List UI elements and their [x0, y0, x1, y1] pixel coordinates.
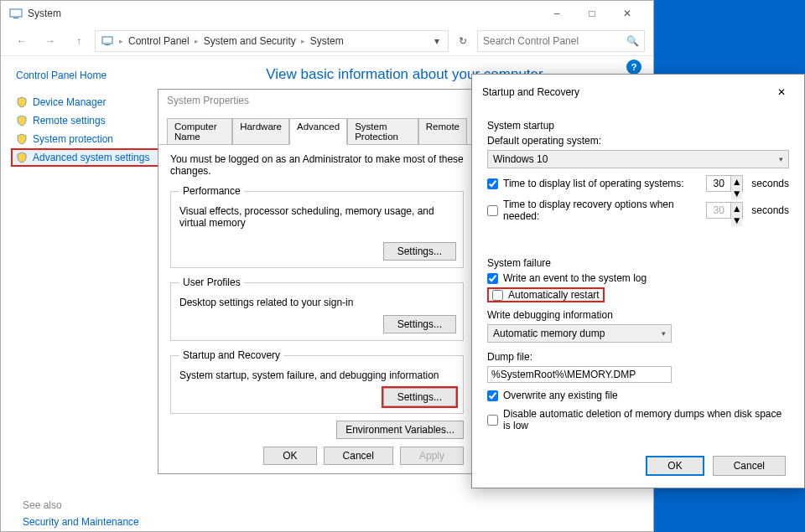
sidebar: Control Panel Home Device Manager Remote… [1, 56, 164, 531]
maximize-button[interactable]: □ [574, 1, 610, 26]
system-startup-label: System startup [487, 120, 789, 132]
svg-rect-0 [10, 9, 22, 17]
cancel-button[interactable]: Cancel [324, 447, 393, 465]
time-list-label: Time to display list of operating system… [503, 178, 698, 189]
startup-recovery-settings-button[interactable]: Settings... [383, 388, 456, 406]
dialog-title: System Properties [158, 90, 475, 111]
chevron-right-icon: ▸ [301, 37, 305, 45]
performance-desc: Visual effects, processor scheduling, me… [179, 204, 454, 235]
dialog-titlebar: Startup and Recovery ✕ [472, 75, 804, 110]
user-profiles-group: User Profiles Desktop settings related t… [170, 276, 464, 341]
dump-type-dropdown[interactable]: Automatic memory dump ▾ [487, 324, 672, 343]
tab-content: You must be logged on as an Administrato… [158, 144, 475, 422]
control-panel-home-link[interactable]: Control Panel Home [16, 70, 164, 81]
breadcrumb-item[interactable]: Control Panel [128, 35, 190, 47]
breadcrumb[interactable]: ▸ Control Panel ▸ System and Security ▸ … [95, 30, 449, 52]
time-list-row: Time to display list of operating system… [487, 175, 789, 192]
time-recovery-unit: seconds [751, 204, 789, 216]
startup-recovery-group: Startup and Recovery System startup, sys… [170, 349, 464, 414]
time-list-value[interactable] [707, 178, 730, 189]
tab-system-protection[interactable]: System Protection [347, 118, 418, 145]
auto-restart-label: Automatically restart [508, 289, 600, 301]
close-button[interactable]: ✕ [610, 1, 645, 26]
close-button[interactable]: ✕ [769, 81, 794, 103]
time-recovery-label: Time to display recovery options when ne… [503, 199, 698, 222]
startup-recovery-desc: System startup, system failure, and debu… [179, 368, 454, 388]
tabstrip: Computer Name Hardware Advanced System P… [158, 111, 475, 144]
ok-button[interactable]: OK [646, 456, 704, 476]
svg-rect-3 [105, 44, 110, 45]
search-icon: 🔍 [626, 35, 639, 47]
performance-settings-button[interactable]: Settings... [383, 242, 456, 261]
chevron-down-icon: ▾ [779, 155, 783, 163]
time-recovery-value[interactable] [707, 204, 730, 216]
disable-deletion-label: Disable automatic deletion of memory dum… [503, 408, 789, 431]
window-title: System [28, 8, 539, 19]
time-recovery-checkbox[interactable] [487, 205, 498, 216]
dialog-footer: OK Cancel Apply [263, 447, 464, 465]
chevron-right-icon: ▸ [119, 37, 123, 45]
sidebar-item-device-manager[interactable]: Device Manager [16, 93, 164, 111]
time-list-unit: seconds [751, 178, 789, 189]
spin-down-icon[interactable]: ▼ [731, 188, 742, 199]
user-profiles-legend: User Profiles [179, 276, 244, 288]
spin-up-icon[interactable]: ▲ [731, 176, 742, 188]
titlebar: System – □ ✕ [1, 1, 653, 26]
svg-rect-1 [13, 18, 18, 18]
dialog-footer: OK Cancel [646, 456, 786, 476]
auto-restart-checkbox[interactable] [492, 290, 503, 301]
security-maintenance-link[interactable]: Security and Maintenance [23, 516, 139, 528]
write-event-checkbox[interactable] [487, 273, 498, 284]
overwrite-label: Overwrite any existing file [503, 390, 618, 401]
sidebar-item-system-protection[interactable]: System protection [16, 130, 164, 148]
shield-icon [16, 133, 28, 145]
disable-deletion-row: Disable automatic deletion of memory dum… [487, 408, 789, 431]
overwrite-row: Overwrite any existing file [487, 390, 789, 401]
apply-button[interactable]: Apply [400, 447, 464, 465]
chevron-right-icon: ▸ [195, 37, 199, 45]
time-list-checkbox[interactable] [487, 178, 498, 189]
sidebar-item-label: Advanced system settings [33, 152, 149, 163]
system-failure-label: System failure [487, 257, 789, 269]
back-button[interactable]: ← [9, 28, 34, 54]
minimize-button[interactable]: – [539, 1, 574, 26]
user-profiles-desc: Desktop settings related to your sign-in [179, 295, 454, 315]
overwrite-checkbox[interactable] [487, 390, 498, 401]
forward-button[interactable]: → [38, 28, 63, 54]
chevron-down-icon[interactable]: ▾ [431, 35, 443, 47]
refresh-button[interactable]: ↻ [452, 30, 474, 52]
write-debug-label: Write debugging information [487, 309, 789, 321]
breadcrumb-item[interactable]: System and Security [204, 35, 296, 47]
tab-remote[interactable]: Remote [418, 118, 467, 145]
tab-advanced[interactable]: Advanced [289, 118, 347, 145]
default-os-label: Default operating system: [487, 135, 789, 147]
navbar: ← → ↑ ▸ Control Panel ▸ System and Secur… [1, 26, 653, 56]
up-button[interactable]: ↑ [66, 28, 91, 54]
spin-up-icon[interactable]: ▲ [731, 203, 742, 214]
user-profiles-settings-button[interactable]: Settings... [383, 315, 456, 333]
environment-variables-button[interactable]: Environment Variables... [336, 421, 464, 439]
cancel-button[interactable]: Cancel [713, 456, 786, 476]
system-icon [9, 7, 23, 20]
time-recovery-spinner[interactable]: ▲▼ [706, 202, 743, 219]
spin-down-icon[interactable]: ▼ [731, 214, 742, 226]
sidebar-item-remote-settings[interactable]: Remote settings [16, 111, 164, 130]
sidebar-item-advanced-system-settings[interactable]: Advanced system settings [11, 148, 164, 167]
disable-deletion-checkbox[interactable] [487, 415, 498, 426]
tab-computer-name[interactable]: Computer Name [167, 118, 232, 145]
default-os-dropdown[interactable]: Windows 10 ▾ [487, 150, 789, 168]
time-list-spinner[interactable]: ▲▼ [706, 175, 743, 192]
help-icon[interactable]: ? [626, 59, 641, 75]
performance-legend: Performance [179, 185, 244, 197]
auto-restart-row: Automatically restart [487, 287, 789, 302]
sidebar-item-label: Remote settings [33, 115, 106, 127]
tab-hardware[interactable]: Hardware [232, 118, 289, 145]
breadcrumb-item[interactable]: System [310, 35, 344, 47]
sidebar-item-label: Device Manager [33, 96, 106, 108]
search-field[interactable] [483, 35, 623, 47]
ok-button[interactable]: OK [263, 447, 316, 465]
svg-rect-2 [102, 37, 112, 44]
admin-note: You must be logged on as an Administrato… [170, 153, 464, 177]
dump-file-input[interactable] [487, 366, 672, 383]
search-input[interactable]: 🔍 [477, 30, 645, 52]
